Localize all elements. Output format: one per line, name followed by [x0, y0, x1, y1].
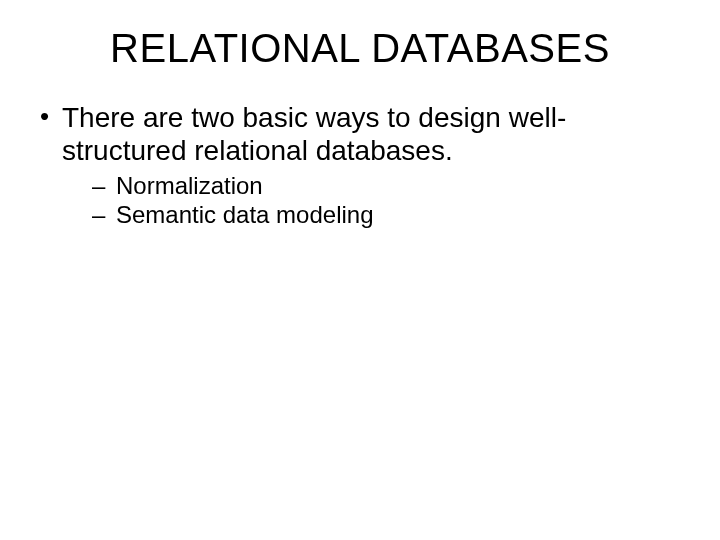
bullet-text: Normalization	[116, 172, 263, 199]
list-item: There are two basic ways to design well-…	[34, 101, 686, 230]
slide: RELATIONAL DATABASES There are two basic…	[0, 0, 720, 540]
bullet-list: There are two basic ways to design well-…	[34, 101, 686, 230]
list-item: Normalization	[62, 171, 686, 200]
bullet-text: Semantic data modeling	[116, 201, 373, 228]
slide-title: RELATIONAL DATABASES	[34, 26, 686, 71]
list-item: Semantic data modeling	[62, 200, 686, 229]
sub-bullet-list: Normalization Semantic data modeling	[62, 171, 686, 230]
bullet-text: There are two basic ways to design well-…	[62, 102, 566, 166]
